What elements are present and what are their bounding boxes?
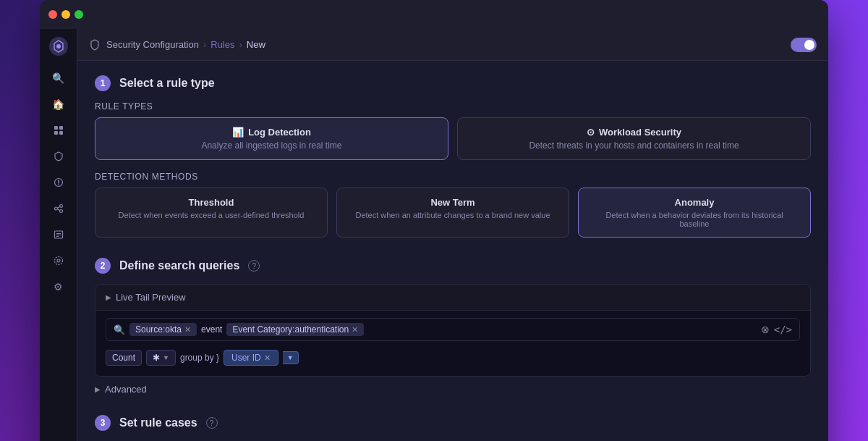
userid-dropdown-chevron-icon: ▼ [287, 354, 294, 361]
app-window: 🔍 🏠 [40, 0, 828, 441]
step-1-header: 1 Select a rule type [95, 75, 811, 91]
live-tail-label: Live Tail Preview [116, 292, 186, 303]
star-dropdown[interactable]: ✱ ▼ [146, 350, 176, 366]
detection-anomaly[interactable]: Anomaly Detect when a behavior deviates … [578, 188, 811, 238]
sidebar-item-settings[interactable] [47, 249, 70, 272]
breadcrumb-current: New [247, 39, 265, 50]
sidebar-item-integrations[interactable] [47, 197, 70, 220]
step-3-section: 3 Set rule cases ? Set severity to MEDIU… [95, 415, 811, 441]
step-3-help-icon[interactable]: ? [206, 417, 218, 429]
svg-rect-5 [59, 131, 63, 135]
breadcrumb: Security Configuration › Rules › New [106, 39, 265, 50]
sidebar-item-home[interactable]: 🏠 [47, 93, 70, 116]
page-body: 1 Select a rule type Rule types 📊 Log De… [77, 61, 828, 441]
threshold-title: Threshold [107, 197, 315, 208]
live-tail-chevron-icon: ▶ [106, 293, 111, 301]
rule-types-label: Rule types [95, 101, 811, 112]
svg-point-1 [56, 44, 61, 49]
code-toggle-button[interactable]: </> [774, 324, 792, 335]
tag-source-okta-label: Source:okta [135, 324, 182, 335]
count-tag: Count [106, 350, 142, 366]
tag-source-okta: Source:okta ✕ [129, 323, 197, 336]
tag-event-category-close[interactable]: ✕ [352, 325, 358, 335]
svg-point-19 [54, 257, 62, 265]
minimize-button[interactable] [61, 10, 70, 19]
anomaly-title: Anomaly [590, 197, 799, 208]
userid-dropdown-button[interactable]: ▼ [283, 351, 299, 364]
sidebar-item-security[interactable] [47, 145, 70, 168]
svg-line-12 [57, 206, 59, 208]
groupby-text: group by } [180, 353, 219, 363]
breadcrumb-section: Security Configuration [106, 39, 199, 50]
star-dropdown-chevron-icon: ▼ [163, 354, 169, 361]
svg-point-8 [58, 184, 59, 185]
groupby-row: Count ✱ ▼ group by } User ID ✕ [106, 347, 800, 369]
advanced-label: Advanced [105, 384, 147, 395]
detection-new-term[interactable]: New Term Detect when an attribute change… [336, 188, 569, 238]
traffic-lights [48, 10, 83, 19]
step-1-badge: 1 [95, 75, 111, 91]
query-section: ▶ Live Tail Preview 🔍 Source:okta ✕ even… [95, 284, 811, 377]
log-detection-desc: Analyze all ingested logs in real time [107, 140, 436, 151]
search-icon: 🔍 [114, 324, 125, 335]
fullscreen-button[interactable] [75, 10, 83, 19]
detection-methods-label: Detection methods [95, 172, 811, 182]
sidebar-item-extensions[interactable]: ⚙ [47, 275, 70, 298]
advanced-row[interactable]: ▶ Advanced [95, 384, 811, 395]
step-3-title: Set rule cases [119, 416, 197, 429]
step-1-section: 1 Select a rule type Rule types 📊 Log De… [95, 75, 811, 238]
toggle-switch[interactable] [791, 38, 817, 52]
step-2-help-icon[interactable]: ? [248, 260, 260, 272]
tag-source-okta-close[interactable]: ✕ [184, 325, 191, 335]
sidebar-item-logs[interactable] [47, 223, 70, 246]
step-2-badge: 2 [95, 258, 111, 274]
sidebar: 🔍 🏠 [40, 29, 77, 441]
count-label: Count [112, 353, 135, 363]
step-3-header: 3 Set rule cases ? [95, 415, 811, 431]
step-1-title: Select a rule type [119, 77, 215, 90]
rule-type-log-detection[interactable]: 📊 Log Detection Analyze all ingested log… [95, 117, 448, 160]
step-2-title: Define search queries [119, 259, 239, 272]
log-detection-title: 📊 Log Detection [107, 127, 436, 138]
rule-types-row: 📊 Log Detection Analyze all ingested log… [95, 117, 811, 160]
userid-label: User ID [231, 353, 261, 363]
threshold-desc: Detect when events exceed a user-defined… [107, 211, 315, 219]
title-bar [40, 0, 828, 29]
sidebar-item-dashboard[interactable] [47, 119, 70, 142]
svg-line-13 [57, 209, 59, 211]
svg-rect-3 [59, 126, 63, 130]
main-content: Security Configuration › Rules › New 1 S… [77, 29, 828, 441]
sidebar-item-alerts[interactable] [47, 171, 70, 194]
workload-security-desc: Detect threats in your hosts and contain… [469, 140, 799, 151]
step-2-header: 2 Define search queries ? [95, 258, 811, 274]
svg-point-9 [54, 207, 57, 210]
search-text-event: event [201, 324, 222, 335]
new-term-desc: Detect when an attribute changes to a br… [349, 211, 557, 219]
tag-event-category-label: Event Category:authentication [232, 324, 349, 335]
userid-tag: User ID ✕ [224, 350, 278, 366]
detection-threshold[interactable]: Threshold Detect when events exceed a us… [95, 188, 328, 238]
breadcrumb-rules-link[interactable]: Rules [210, 39, 234, 50]
live-tail-row[interactable]: ▶ Live Tail Preview [95, 285, 810, 311]
tag-event-category: Event Category:authentication ✕ [226, 323, 364, 336]
breadcrumb-separator-2: › [239, 39, 242, 50]
breadcrumb-separator-1: › [203, 39, 206, 50]
close-button[interactable] [48, 10, 57, 19]
svg-rect-4 [54, 131, 58, 135]
sidebar-item-search[interactable]: 🔍 [47, 67, 70, 90]
search-clear-button[interactable]: ⊗ [761, 324, 770, 335]
rule-type-workload-security[interactable]: ⊙ Workload Security Detect threats in yo… [457, 117, 811, 160]
detection-methods-row: Threshold Detect when events exceed a us… [95, 188, 811, 238]
logo [47, 35, 70, 58]
workload-security-title: ⊙ Workload Security [469, 127, 799, 138]
toggle-container [791, 38, 817, 52]
svg-point-11 [59, 210, 62, 213]
top-nav: Security Configuration › Rules › New [77, 29, 828, 61]
step-2-section: 2 Define search queries ? ▶ Live Tail Pr… [95, 258, 811, 395]
userid-close-button[interactable]: ✕ [264, 353, 271, 363]
log-detection-icon: 📊 [232, 127, 244, 138]
app-body: 🔍 🏠 [40, 29, 828, 441]
anomaly-desc: Detect when a behavior deviates from its… [590, 211, 799, 228]
query-input-area: 🔍 Source:okta ✕ event Event Category:aut… [95, 311, 810, 376]
advanced-chevron-icon: ▶ [95, 385, 101, 393]
